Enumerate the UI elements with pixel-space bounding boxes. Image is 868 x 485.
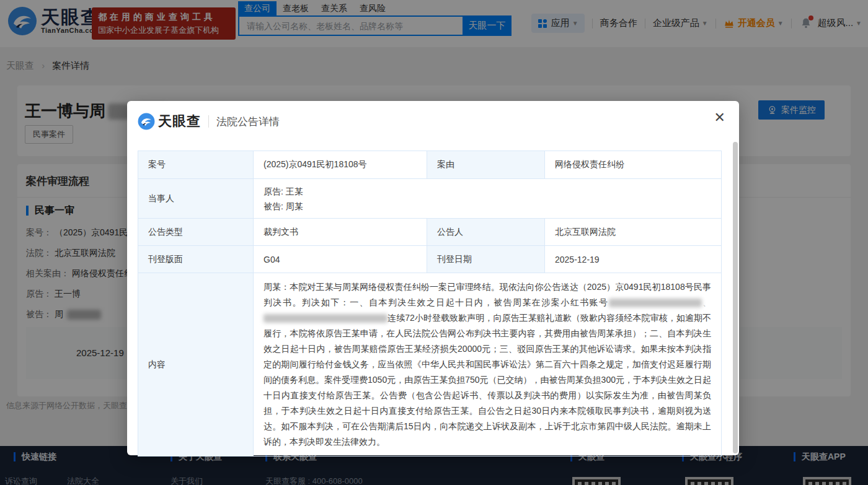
value-cause: 网络侵权责任纠纷 [545,151,722,179]
announcement-table: 案号 (2025)京0491民初18108号 案由 网络侵权责任纠纷 当事人 原… [138,151,722,457]
table-row: 公告类型 裁判文书 公告人 北京互联网法院 [138,219,722,246]
label-publish-date: 刊登日期 [427,246,545,273]
value-announcer: 北京互联网法院 [545,219,722,246]
value-content: 周某：本院对王某与周某网络侵权责任纠纷一案已审理终结。现依法向你公告送达（202… [254,273,722,457]
redacted-account-blur [264,314,388,323]
value-announcement-type: 裁判文书 [254,219,427,246]
table-row: 案号 (2025)京0491民初18108号 案由 网络侵权责任纠纷 [138,151,722,179]
tianyancha-logo-icon [138,113,155,130]
value-publish-date: 2025-12-19 [545,246,722,273]
label-case-number: 案号 [138,151,254,179]
redacted-account-blur [609,299,702,307]
label-announcement-type: 公告类型 [138,219,254,246]
modal-header: 天眼查 法院公告详情 [138,112,280,131]
table-row: 内容 周某：本院对王某与周某网络侵权责任纠纷一案已审理终结。现依法向你公告送达（… [138,273,722,457]
modal-logo-name: 天眼查 [158,112,201,131]
divider [208,115,209,128]
label-announcer: 公告人 [427,219,545,246]
label-page-number: 刊登版面 [138,246,254,273]
table-row: 当事人 原告: 王某 被告: 周某 [138,179,722,219]
label-parties: 当事人 [138,179,254,219]
table-row: 刊登版面 G04 刊登日期 2025-12-19 [138,246,722,273]
value-page-number: G04 [254,246,427,273]
value-parties: 原告: 王某 被告: 周某 [254,179,722,219]
modal-scrollbar[interactable] [733,142,738,453]
label-content: 内容 [138,273,254,457]
close-icon[interactable]: ✕ [714,111,725,125]
page: 天眼查 TianYanCha.com 都在用的商业查询工具 国家中小企业发展子基… [0,0,868,485]
label-cause: 案由 [427,151,545,179]
modal-title: 法院公告详情 [216,115,280,129]
value-case-number: (2025)京0491民初18108号 [254,151,427,179]
court-announcement-modal: 天眼查 法院公告详情 ✕ 案号 (2025)京0491民初18108号 案由 网… [127,101,739,455]
